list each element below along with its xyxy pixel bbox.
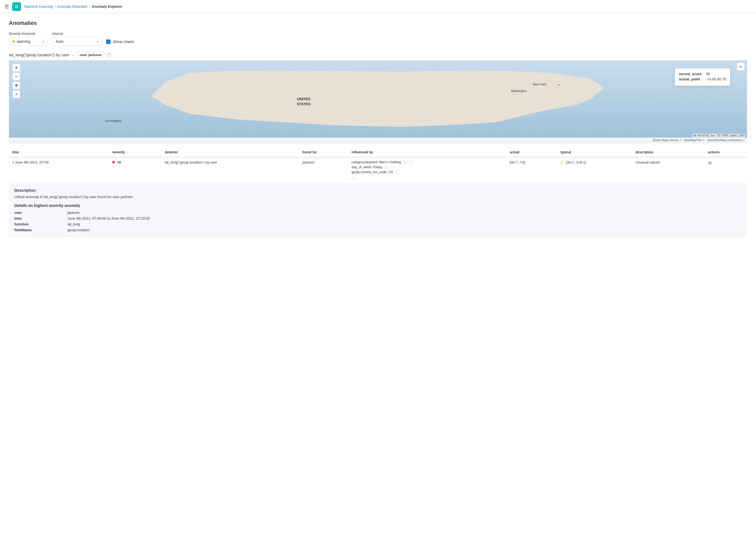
tooltip-record-val: 98 xyxy=(706,72,710,76)
detail-cell: Description critical anomaly in lat_long… xyxy=(9,184,747,237)
tooltip-record-key: record_score xyxy=(679,72,704,76)
cell-actions: ⚙ xyxy=(705,157,747,184)
th-actual: actual xyxy=(506,148,557,157)
map-title: lat_long("geoip.location") by user xyxy=(9,53,69,57)
breadcrumb-anomaly-detection[interactable]: Anomaly Detection xyxy=(57,4,87,9)
detail-block: Description critical anomaly in lat_long… xyxy=(14,188,742,232)
show-charts-label[interactable]: Show charts xyxy=(113,40,134,44)
openmap-tiles-link[interactable]: OpenMapTiles ↗ xyxy=(684,139,705,142)
breadcrumb-machine-learning[interactable]: Machine Learning xyxy=(24,4,53,9)
map-title-row: lat_long("geoip.location") by user – use… xyxy=(9,52,747,58)
severity-value: warning xyxy=(17,39,30,44)
detail-row: Description critical anomaly in lat_long… xyxy=(9,184,747,237)
user-value: jackson xyxy=(88,53,101,57)
detail-key-user: user xyxy=(14,211,64,215)
th-description: description xyxy=(632,148,705,157)
show-charts-group: Show charts xyxy=(106,40,134,44)
cell-typical: ⚠ [34.1,-118.1] xyxy=(557,157,632,184)
detail-desc-title: Description xyxy=(14,188,742,193)
collapse-tags-button[interactable]: − xyxy=(352,176,503,181)
detail-val-function: lat_long xyxy=(67,222,742,226)
chevron-down-icon: ▾ xyxy=(43,40,44,43)
interval-group: Interval Auto ▾ xyxy=(52,32,102,46)
influenced-tag-3: geoip.country_iso_code: US − xyxy=(352,170,503,175)
detail-key-fieldname: fieldName xyxy=(14,228,64,232)
th-severity[interactable]: severity ↓ xyxy=(109,148,161,157)
minus-tag-icon-3[interactable]: − xyxy=(395,170,399,175)
interval-label: Interval xyxy=(52,32,102,36)
info-icon[interactable]: ? xyxy=(107,53,111,57)
detail-val-fieldname: geoip.location xyxy=(67,228,742,232)
detail-val-user: jackson xyxy=(67,211,742,215)
map-footer: Elastic Maps Service ↗ OpenMapTiles ↗ Op… xyxy=(9,138,747,143)
minus-tag-icon-1[interactable]: − xyxy=(409,160,413,165)
severity-dot xyxy=(12,40,15,43)
tooltip-actual-row: actual_point -74.00,40.70 xyxy=(679,77,726,81)
severity-group: Severity threshold warning ▾ xyxy=(9,32,48,46)
recenter-button[interactable]: ⊕ xyxy=(12,82,20,89)
map-collapse-button[interactable]: ⇐ xyxy=(737,63,745,70)
severity-label: Severity threshold xyxy=(9,32,48,36)
user-prefix: user xyxy=(80,53,87,57)
table-header-row: time severity ↓ detector found for influ… xyxy=(9,148,747,157)
expand-button[interactable]: ▾ xyxy=(12,161,14,164)
map-controls: + − ⊕ ⤢ xyxy=(12,64,20,98)
influenced-tag-1: category.keyword: Men's Clothing + − xyxy=(352,160,503,165)
detail-key-time: time xyxy=(14,216,64,221)
th-actions: actions xyxy=(705,148,747,157)
cell-time: ▾ June 4th 2021, 07:00 xyxy=(9,157,109,184)
map-label-us: UNITEDSTATES xyxy=(297,97,310,107)
th-typical: typical xyxy=(557,148,632,157)
actions-gear-icon[interactable]: ⚙ xyxy=(708,161,712,165)
sort-icon: ↓ xyxy=(127,151,128,154)
cell-actual: [40.7,-74] xyxy=(506,157,557,184)
map-label-dc: Washington xyxy=(511,89,527,93)
elastic-maps-link[interactable]: Elastic Maps Service ↗ xyxy=(653,139,682,142)
user-badge: user jackson xyxy=(77,52,104,58)
map-label-ny: New Y●rk xyxy=(533,83,546,86)
cell-influenced-by: category.keyword: Men's Clothing + − day… xyxy=(348,157,506,184)
interval-value: Auto xyxy=(56,39,64,44)
cell-severity: 98 xyxy=(109,157,161,184)
fullscreen-button[interactable]: ⤢ xyxy=(12,90,20,98)
detail-grid: user jackson time June 4th 2021, 07:00:0… xyxy=(14,211,742,232)
detail-val-time: June 4th 2021, 07:00:00 to June 4th 2021… xyxy=(67,216,742,221)
interval-dropdown[interactable]: Auto ▾ xyxy=(52,37,102,46)
anomalies-table: time severity ↓ detector found for influ… xyxy=(9,148,747,237)
section-title: Anomalies xyxy=(9,20,747,26)
app-icon: D xyxy=(12,2,21,11)
severity-red-dot xyxy=(112,161,115,164)
severity-dropdown[interactable]: warning ▾ xyxy=(9,37,48,46)
map-tooltip: record_score 98 actual_point -74.00,40.7… xyxy=(675,68,730,86)
th-detector: detector xyxy=(161,148,299,157)
map-container[interactable]: UNITEDSTATES Los Angeles New Y●rk Washin… xyxy=(9,60,747,143)
cell-found-for: jackson xyxy=(299,157,348,184)
cell-detector: lat_long("geoip.location") by user xyxy=(161,157,299,184)
cell-description: Unusual values xyxy=(632,157,705,184)
anomaly-dot xyxy=(557,84,560,87)
zoom-out-button[interactable]: − xyxy=(12,73,20,80)
breadcrumb: Machine Learning / Anomaly Detection / A… xyxy=(24,4,122,9)
breadcrumb-current: Anomaly Explorer xyxy=(92,4,122,9)
plus-tag-icon-2[interactable]: + xyxy=(384,165,389,170)
tooltip-actual-key: actual_point xyxy=(679,77,704,81)
tooltip-record-row: record_score 98 xyxy=(679,72,726,76)
openstreetmap-link[interactable]: OpenStreetMap contributors ↗ xyxy=(707,139,745,142)
map-coordinates: lat: 40.42742, lon: -73.77097, zoom: 2.9… xyxy=(692,134,745,137)
plus-tag-icon-1[interactable]: + xyxy=(403,160,407,165)
detail-key-function: function xyxy=(14,222,64,226)
controls-row: Severity threshold warning ▾ Interval Au… xyxy=(9,32,747,46)
th-time: time xyxy=(9,148,109,157)
zoom-in-button[interactable]: + xyxy=(12,64,20,72)
minus-tag-icon-2[interactable]: − xyxy=(390,165,394,170)
th-influenced-by: influenced by xyxy=(348,148,506,157)
hamburger-icon[interactable]: ☰ xyxy=(4,4,9,10)
show-charts-checkbox[interactable] xyxy=(106,40,111,44)
detail-desc-text: critical anomaly in lat_long("geoip.loca… xyxy=(14,195,742,199)
top-bar: ☰ D Machine Learning / Anomaly Detection… xyxy=(0,0,756,13)
chevron-down-icon-2: ▾ xyxy=(97,40,98,43)
th-found-for: found for xyxy=(299,148,348,157)
table-container: time severity ↓ detector found for influ… xyxy=(9,148,747,237)
detail-highest-title: Details on highest severity anomaly xyxy=(14,203,742,208)
influenced-tag-2: day_of_week: Friday + − xyxy=(352,165,503,170)
